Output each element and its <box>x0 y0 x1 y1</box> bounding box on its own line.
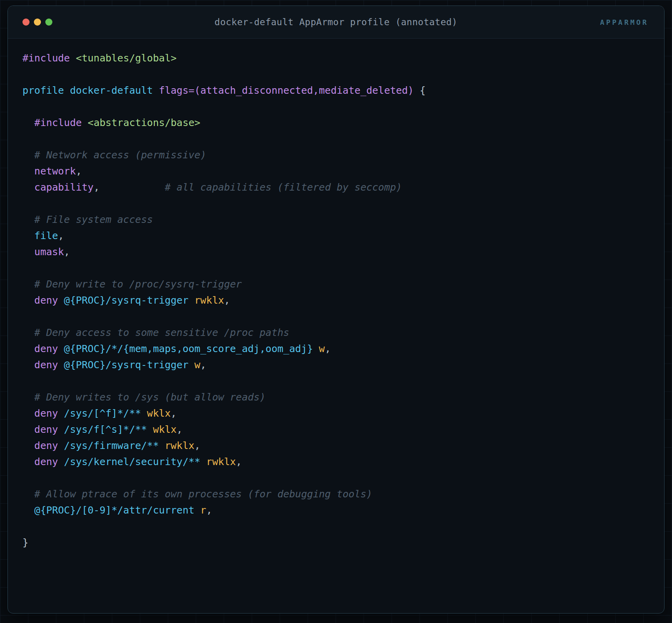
code-token: , <box>64 246 70 258</box>
code-token: umask <box>22 246 64 258</box>
code-line: file, <box>22 228 652 244</box>
code-line: } <box>22 534 652 551</box>
code-token: deny <box>22 359 64 371</box>
code-line: # Deny writes to /sys (but allow reads) <box>22 389 652 405</box>
code-token: , <box>58 230 64 241</box>
code-token: deny <box>22 295 64 306</box>
code-line: deny @{PROC}/*/{mem,maps,oom_score_adj,o… <box>22 341 652 357</box>
code-line <box>22 98 652 115</box>
code-line <box>22 308 652 324</box>
code-token: @{PROC}/[0-9]*/attr/current <box>22 504 200 516</box>
code-line: @{PROC}/[0-9]*/attr/current r, <box>22 502 652 518</box>
code-token: , <box>325 343 331 354</box>
code-line: network, <box>22 163 652 179</box>
code-line <box>22 195 652 211</box>
code-token: @{PROC}/sysrq-trigger <box>64 295 194 306</box>
code-line: deny /sys/kernel/security/** rwklx, <box>22 454 652 470</box>
code-line <box>22 518 652 534</box>
code-token: /sys/kernel/security/** <box>64 456 206 467</box>
titlebar: docker-default AppArmor profile (annotat… <box>8 6 664 39</box>
code-token: #include <box>22 52 76 64</box>
window-controls <box>22 19 52 26</box>
maximize-button[interactable] <box>45 19 52 26</box>
code-token: wklx <box>147 408 171 419</box>
code-token: # Deny access to some sensitive /proc pa… <box>22 327 289 338</box>
code-line: # Network access (permissive) <box>22 147 652 163</box>
code-line: deny /sys/[^f]*/** wklx, <box>22 405 652 421</box>
code-token: # Deny writes to /sys (but allow reads) <box>22 391 265 403</box>
code-line: profile docker-default flags=(attach_dis… <box>22 82 652 98</box>
code-token: profile docker-default <box>22 85 159 96</box>
code-token: , <box>171 408 176 419</box>
window-title: docker-default AppArmor profile (annotat… <box>8 17 664 27</box>
close-button[interactable] <box>22 19 30 26</box>
code-line: # Allow ptrace of its own processes (for… <box>22 486 652 502</box>
code-token: # File system access <box>22 214 153 225</box>
code-token: network <box>22 165 76 177</box>
code-token: deny <box>22 408 64 419</box>
code-line: umask, <box>22 244 652 260</box>
minimize-button[interactable] <box>34 19 41 26</box>
code-token: deny <box>22 424 64 435</box>
code-token: <abstractions/base> <box>88 117 200 128</box>
code-line: # Deny write to /proc/sysrq-trigger <box>22 276 652 292</box>
code-token: w <box>319 343 325 354</box>
code-line <box>22 470 652 486</box>
code-token: <tunables/global> <box>76 52 176 64</box>
code-line: deny /sys/firmware/** rwklx, <box>22 438 652 454</box>
code-token: file <box>22 230 58 241</box>
app-window: docker-default AppArmor profile (annotat… <box>7 6 665 614</box>
code-line: #include <tunables/global> <box>22 50 652 66</box>
code-line <box>22 260 652 276</box>
code-token: #include <box>22 117 88 128</box>
code-token: , <box>206 504 212 516</box>
code-token: rwklx <box>165 440 194 451</box>
code-token: , <box>94 182 100 193</box>
code-token: @{PROC}/sysrq-trigger <box>64 359 194 371</box>
code-token: , <box>176 424 182 435</box>
code-token: @{PROC}/*/{mem,maps,oom_score_adj,oom_ad… <box>64 343 319 354</box>
code-token: # Network access (permissive) <box>22 149 206 161</box>
code-line: deny @{PROC}/sysrq-trigger w, <box>22 357 652 373</box>
code-token: wklx <box>153 424 176 435</box>
code-token: rwklx <box>206 456 236 467</box>
code-line <box>22 131 652 147</box>
code-line: #include <abstractions/base> <box>22 115 652 131</box>
code-line: # Deny access to some sensitive /proc pa… <box>22 324 652 341</box>
code-token: deny <box>22 456 64 467</box>
code-line <box>22 66 652 82</box>
code-token: # all capabilities (filtered by seccomp) <box>100 182 402 193</box>
code-line: capability, # all capabilities (filtered… <box>22 179 652 195</box>
code-token: , <box>224 295 230 306</box>
code-token: capability <box>22 182 94 193</box>
code-line: deny @{PROC}/sysrq-trigger rwklx, <box>22 292 652 308</box>
code-line: # File system access <box>22 211 652 228</box>
code-token: rwklx <box>195 295 224 306</box>
code-token: , <box>76 165 82 177</box>
code-line <box>22 373 652 389</box>
code-token: /sys/firmware/** <box>64 440 165 451</box>
code-token: deny <box>22 343 64 354</box>
code-token: # Allow ptrace of its own processes (for… <box>22 488 372 500</box>
code-token: r <box>200 504 206 516</box>
apparmor-badge: APPARMOR <box>600 18 648 26</box>
code-token: , <box>200 359 206 371</box>
code-token: { <box>420 85 425 96</box>
code-line: deny /sys/f[^s]*/** wklx, <box>22 421 652 438</box>
code-token: w <box>195 359 200 371</box>
code-token: deny <box>22 440 64 451</box>
code-token: } <box>22 537 28 548</box>
code-area: #include <tunables/global> profile docke… <box>8 39 664 562</box>
code-token: /sys/[^f]*/** <box>64 408 147 419</box>
code-token: , <box>195 440 200 451</box>
code-token: , <box>236 456 242 467</box>
code-token: /sys/f[^s]*/** <box>64 424 153 435</box>
code-token: # Deny write to /proc/sysrq-trigger <box>22 278 242 290</box>
code-token: flags=(attach_disconnected,mediate_delet… <box>159 85 420 96</box>
